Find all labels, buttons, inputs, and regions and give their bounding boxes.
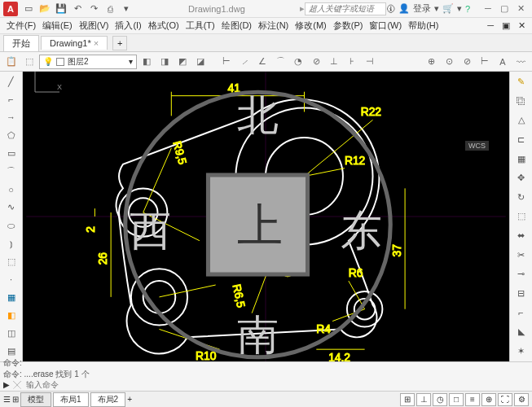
chevron-down-icon[interactable]: ▾ bbox=[119, 2, 134, 16]
dim-arc-icon[interactable]: ⌒ bbox=[272, 54, 288, 70]
layer-manager-icon[interactable]: 📋 bbox=[3, 54, 20, 70]
command-input[interactable] bbox=[13, 380, 529, 389]
move-icon[interactable]: ✥ bbox=[512, 169, 530, 187]
hatch-icon[interactable]: ▦ bbox=[2, 290, 20, 306]
quickdim-icon[interactable]: ⊢ bbox=[477, 54, 493, 70]
close-tab-icon[interactable]: × bbox=[94, 38, 99, 48]
redo-icon[interactable]: ↷ bbox=[86, 2, 101, 16]
help-icon[interactable]: 🛈 bbox=[386, 4, 395, 14]
dim-continue-icon[interactable]: ⊣ bbox=[362, 54, 378, 70]
cart-icon[interactable]: 🛒 bbox=[442, 3, 454, 14]
layer-freeze-icon[interactable]: ◩ bbox=[174, 54, 191, 70]
menu-file[interactable]: 文件(F) bbox=[3, 20, 39, 32]
menu-draw[interactable]: 绘图(D) bbox=[218, 20, 255, 32]
layer-lock-icon[interactable]: ◪ bbox=[192, 54, 209, 70]
fillet-icon[interactable]: ⌐ bbox=[512, 304, 530, 322]
break-icon[interactable]: ⊟ bbox=[512, 285, 530, 303]
menu-format[interactable]: 格式(O) bbox=[145, 20, 182, 32]
restore-doc-icon[interactable]: ▣ bbox=[499, 20, 513, 31]
tolerance-icon[interactable]: ⊕ bbox=[423, 54, 439, 70]
ortho-icon[interactable]: ⊥ bbox=[416, 393, 431, 406]
menu-edit[interactable]: 编辑(E) bbox=[39, 20, 76, 32]
minimize-icon[interactable]: ─ bbox=[480, 3, 496, 14]
add-layout-icon[interactable]: + bbox=[127, 395, 132, 404]
more-icon[interactable]: A bbox=[495, 54, 511, 70]
array-icon[interactable]: ▦ bbox=[512, 150, 530, 168]
copy-icon[interactable]: ⿻ bbox=[512, 93, 530, 111]
layer-state-icon[interactable]: ◧ bbox=[138, 54, 155, 70]
lineweight-icon[interactable]: ≡ bbox=[465, 393, 480, 406]
menu-help[interactable]: 帮助(H) bbox=[405, 20, 442, 32]
maximize-icon[interactable]: ▢ bbox=[496, 3, 512, 14]
dim-linear-icon[interactable]: ⊢ bbox=[218, 54, 235, 70]
menu-dimension[interactable]: 标注(N) bbox=[255, 20, 292, 32]
layer-iso-icon[interactable]: ◨ bbox=[156, 54, 173, 70]
offset-icon[interactable]: ⊏ bbox=[512, 131, 530, 149]
ellipse-icon[interactable]: ⬭ bbox=[2, 217, 20, 234]
scale-icon[interactable]: ⬚ bbox=[512, 208, 530, 225]
gradient-icon[interactable]: ◧ bbox=[2, 308, 20, 324]
spline-icon[interactable]: ∿ bbox=[2, 199, 20, 216]
dim-angular-icon[interactable]: ∠ bbox=[254, 54, 270, 70]
tab-layout2[interactable]: 布局2 bbox=[90, 392, 126, 407]
minimize-doc-icon[interactable]: ─ bbox=[484, 20, 497, 31]
trim-icon[interactable]: ✂ bbox=[512, 246, 530, 264]
polar-icon[interactable]: ◷ bbox=[433, 393, 447, 406]
wave-icon[interactable]: 〰 bbox=[512, 54, 529, 70]
search-input[interactable] bbox=[305, 2, 386, 15]
menu-window[interactable]: 窗口(W) bbox=[366, 20, 405, 32]
mirror-icon[interactable]: △ bbox=[512, 112, 530, 129]
polygon-icon[interactable]: ⬠ bbox=[2, 127, 20, 143]
snap-icon[interactable]: ⊞ bbox=[400, 393, 415, 406]
tab-start[interactable]: 开始 bbox=[3, 35, 39, 51]
print-icon[interactable]: ⎙ bbox=[103, 2, 117, 16]
close-icon[interactable]: ✕ bbox=[512, 3, 529, 14]
circle-icon[interactable]: ○ bbox=[2, 182, 20, 198]
menu-modify[interactable]: 修改(M) bbox=[292, 20, 330, 32]
close-doc-icon[interactable]: ✕ bbox=[515, 20, 529, 31]
undo-icon[interactable]: ↶ bbox=[70, 2, 85, 16]
open-icon[interactable]: 📂 bbox=[37, 2, 52, 16]
add-tab-button[interactable]: + bbox=[112, 36, 127, 50]
settings-icon[interactable]: ⚙ bbox=[514, 393, 529, 406]
elliparc-icon[interactable]: ⦆ bbox=[2, 235, 20, 252]
rectangle-icon[interactable]: ▭ bbox=[2, 146, 20, 162]
list-icon[interactable]: ☰ bbox=[3, 395, 11, 404]
extend-icon[interactable]: ⊸ bbox=[512, 265, 530, 283]
pencil-icon[interactable]: ✎ bbox=[512, 73, 530, 91]
grid-icon[interactable]: ⊞ bbox=[12, 395, 19, 404]
app-logo[interactable]: A bbox=[3, 2, 18, 16]
stretch-icon[interactable]: ⬌ bbox=[512, 227, 530, 245]
center-mark-icon[interactable]: ⊙ bbox=[441, 54, 457, 70]
new-icon[interactable]: ▭ bbox=[21, 2, 36, 16]
user-icon[interactable]: 👤 bbox=[398, 3, 410, 14]
dyn-icon[interactable]: ⊕ bbox=[481, 393, 496, 406]
dim-diameter-icon[interactable]: ⊘ bbox=[308, 54, 324, 70]
line-icon[interactable]: ╱ bbox=[2, 73, 20, 90]
arc-icon[interactable]: ⌒ bbox=[2, 164, 20, 180]
login-label[interactable]: 登录 bbox=[413, 2, 431, 15]
dim-aligned-icon[interactable]: ⟋ bbox=[236, 54, 253, 70]
dim-baseline-icon[interactable]: ⊦ bbox=[344, 54, 360, 70]
chamfer-icon[interactable]: ◣ bbox=[512, 323, 530, 341]
help-icon[interactable]: ? bbox=[465, 4, 470, 14]
chevron-down-icon[interactable]: ▾ bbox=[434, 3, 439, 14]
chevron-down-icon[interactable]: ▾ bbox=[457, 3, 462, 14]
dim-ordinate-icon[interactable]: ⊥ bbox=[326, 54, 342, 70]
tab-drawing1[interactable]: Drawing1* × bbox=[41, 36, 108, 50]
view-cube[interactable]: 上 北 南 东 西 bbox=[23, 80, 501, 361]
polyline-icon[interactable]: ⌐ bbox=[2, 91, 20, 107]
menu-insert[interactable]: 插入(I) bbox=[112, 20, 144, 32]
menu-view[interactable]: 视图(V) bbox=[76, 20, 112, 32]
layer-props-icon[interactable]: ⬚ bbox=[21, 54, 37, 70]
maximize-icon[interactable]: ⛶ bbox=[498, 393, 512, 406]
drawing-canvas[interactable]: 41 R22 R12 R9,5 R5,5 R80 26 R6,5 R10 R4 … bbox=[23, 72, 509, 361]
tab-model[interactable]: 模型 bbox=[20, 392, 51, 407]
dim-radius-icon[interactable]: ◔ bbox=[290, 54, 306, 70]
menu-params[interactable]: 参数(P) bbox=[330, 20, 367, 32]
ray-icon[interactable]: → bbox=[2, 109, 20, 125]
inspect-icon[interactable]: ⊘ bbox=[459, 54, 475, 70]
layer-selector[interactable]: 💡 图层2 ▾ bbox=[39, 55, 137, 69]
tab-layout1[interactable]: 布局1 bbox=[53, 392, 89, 407]
menu-tools[interactable]: 工具(T) bbox=[182, 20, 218, 32]
